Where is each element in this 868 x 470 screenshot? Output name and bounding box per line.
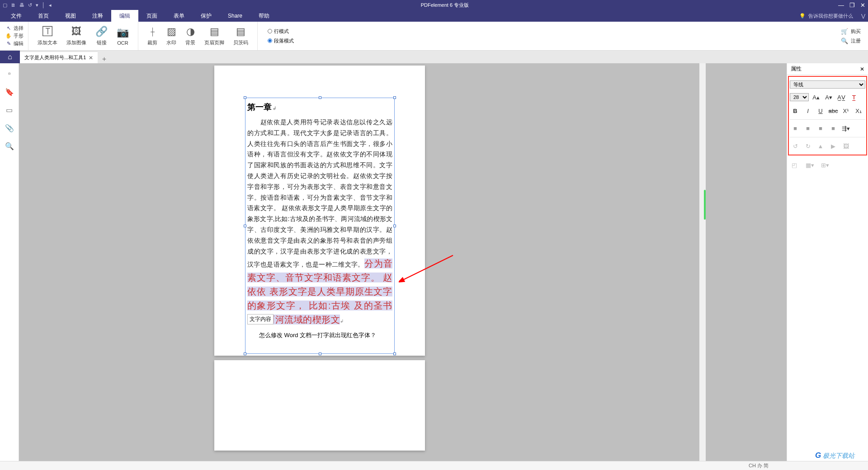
qa-icon[interactable]: ▢ (3, 2, 7, 8)
underline-button[interactable]: U (815, 106, 826, 116)
resize-handle[interactable] (393, 96, 396, 99)
subscript-button[interactable]: X₁ (853, 106, 864, 116)
qa-icon[interactable]: 🗎 (11, 2, 16, 8)
align-objects-icon[interactable]: ⊞▾ (820, 160, 830, 170)
document-content[interactable]: 第一章 赵依依是人类用符号记录表达信息以传之久远的方式和工具。现代文字大多是记录… (245, 98, 394, 343)
bold-button[interactable]: B (790, 106, 801, 116)
resize-handle[interactable] (393, 225, 396, 227)
menu-form[interactable]: 表单 (165, 10, 193, 22)
ime-indicator[interactable]: CH 办 简 (749, 462, 769, 469)
properties-extra: ◰ ▦▾ ⊞▾ (787, 156, 868, 174)
home-icon: ⌂ (8, 53, 12, 61)
ribbon-group-mode: 行模式 段落模式 (258, 22, 298, 50)
window-controls: — ❐ ✕ (838, 2, 865, 9)
align-right-button[interactable]: ≡ (815, 123, 826, 133)
flip-horizontal-icon[interactable]: ▶ (828, 141, 839, 151)
collapse-ribbon-icon[interactable]: ⋁ (861, 13, 865, 19)
menu-home[interactable]: 首页 (30, 10, 57, 22)
strikethrough-button[interactable]: abc (828, 106, 839, 116)
link-button[interactable]: 🔗链接 (91, 22, 112, 50)
replace-image-icon[interactable]: 🖼 (840, 141, 851, 151)
menu-edit[interactable]: 编辑 (111, 10, 138, 22)
bookmark-icon[interactable]: 🔖 (5, 88, 14, 96)
comment-icon[interactable]: ▭ (5, 106, 14, 114)
home-tab[interactable]: ⌂ (0, 51, 20, 63)
resize-handle[interactable] (319, 96, 321, 99)
text-selection-box[interactable]: 第一章 赵依依是人类用符号记录表达信息以传之久远的方式和工具。现代文字大多是记录… (245, 98, 395, 354)
menu-file[interactable]: 文件 (3, 10, 30, 22)
select-tool[interactable]: ↖选择 (5, 25, 24, 32)
lightbulb-icon: 💡 (799, 13, 806, 19)
register-button[interactable]: 🔍注册 (841, 38, 861, 44)
resize-handle[interactable] (319, 352, 321, 355)
align-center-button[interactable]: ≡ (802, 123, 813, 133)
resize-handle[interactable] (393, 352, 396, 355)
thumbnail-icon[interactable]: ▫ (5, 70, 14, 78)
tell-me-input[interactable]: 告诉我你想要做什么 (808, 13, 853, 19)
menu-page[interactable]: 页面 (138, 10, 165, 22)
properties-panel: 属性 ✕ 等线 28 A▴ A▾ A̲V̲ T̲ B I U abc X¹ X₁ (787, 63, 868, 470)
header-footer-button[interactable]: ▤页眉页脚 (200, 22, 229, 50)
qa-icon[interactable]: ↺ (28, 2, 32, 8)
resize-handle[interactable] (244, 352, 246, 355)
shrink-font-icon[interactable]: A▾ (823, 92, 834, 102)
qa-icon[interactable]: 🖶 (19, 2, 24, 8)
new-tab-button[interactable]: ＋ (98, 55, 110, 63)
char-spacing-icon[interactable]: A̲V̲ (836, 92, 847, 102)
align-justify-button[interactable]: ≡ (828, 123, 839, 133)
rotate-right-icon[interactable]: ↻ (802, 141, 813, 151)
superscript-button[interactable]: X¹ (840, 106, 851, 116)
crop-icon[interactable]: ◰ (789, 160, 800, 170)
resize-handle[interactable] (244, 96, 246, 99)
rotate-left-icon[interactable]: ↺ (790, 141, 801, 151)
paragraph-mode-radio[interactable]: 段落模式 (268, 38, 294, 44)
ribbon-group-insert: 🅃添加文本 🖼添加图像 🔗链接 📷OCR (28, 22, 138, 50)
scrollbar[interactable] (699, 63, 706, 470)
arrange-icon[interactable]: ▦▾ (804, 160, 815, 170)
watermark-button[interactable]: ▨水印 (162, 22, 181, 50)
qa-icon[interactable]: ▾ (36, 2, 38, 8)
background-icon: ◑ (186, 26, 195, 38)
ocr-button[interactable]: 📷OCR (112, 22, 133, 50)
grow-font-icon[interactable]: A▴ (811, 92, 821, 102)
edit-tool[interactable]: ✎编辑 (5, 40, 24, 47)
italic-button[interactable]: I (802, 106, 813, 116)
document-tab[interactable]: 文字是人类用符号...和工具1 ✕ (20, 52, 98, 63)
search-icon[interactable]: 🔍 (5, 142, 14, 150)
menu-annotate[interactable]: 注释 (84, 10, 111, 22)
menu-protect[interactable]: 保护 (193, 10, 220, 22)
hand-icon: ✋ (5, 33, 12, 39)
bates-button[interactable]: ▤贝茨码 (229, 22, 253, 50)
line-mode-radio[interactable]: 行模式 (268, 28, 294, 35)
add-image-button[interactable]: 🖼添加图像 (62, 22, 91, 50)
background-button[interactable]: ◑背景 (181, 22, 200, 50)
line-spacing-button[interactable]: ⇶▾ (840, 123, 851, 133)
attachment-icon[interactable]: 📎 (5, 124, 14, 132)
add-text-button[interactable]: 🅃添加文本 (33, 22, 62, 50)
buy-button[interactable]: 🛒购买 (841, 28, 861, 35)
resize-handle[interactable] (244, 225, 246, 227)
font-select[interactable]: 等线 (790, 80, 865, 89)
crop-button[interactable]: ⟊裁剪 (143, 22, 162, 50)
left-rail: ▫ 🔖 ▭ 📎 🔍 (0, 63, 19, 470)
menu-help[interactable]: 帮助 (250, 10, 278, 22)
minimize-button[interactable]: — (838, 2, 844, 9)
canvas[interactable]: 第一章 赵依依是人类用符号记录表达信息以传之久远的方式和工具。现代文字大多是记录… (19, 63, 787, 470)
header-icon: ▤ (210, 26, 219, 38)
font-color-icon[interactable]: T̲ (849, 92, 859, 102)
flip-vertical-icon[interactable]: ▲ (815, 141, 826, 151)
panel-close-icon[interactable]: ✕ (860, 66, 864, 72)
close-button[interactable]: ✕ (860, 2, 865, 9)
panel-header: 属性 ✕ (787, 63, 868, 75)
crop-icon: ⟊ (150, 26, 156, 38)
hand-tool[interactable]: ✋手形 (5, 33, 24, 39)
tab-close-icon[interactable]: ✕ (89, 55, 93, 61)
align-left-button[interactable]: ≡ (790, 123, 801, 133)
menu-share[interactable]: Share (220, 10, 250, 22)
restore-button[interactable]: ❐ (849, 2, 855, 9)
font-size-select[interactable]: 28 (790, 93, 809, 101)
menu-view[interactable]: 视图 (57, 10, 84, 22)
register-icon: 🔍 (841, 38, 848, 44)
ribbon: ↖选择 ✋手形 ✎编辑 🅃添加文本 🖼添加图像 🔗链接 📷OCR ⟊裁剪 ▨水印… (0, 22, 868, 51)
ocr-icon: 📷 (117, 27, 129, 38)
